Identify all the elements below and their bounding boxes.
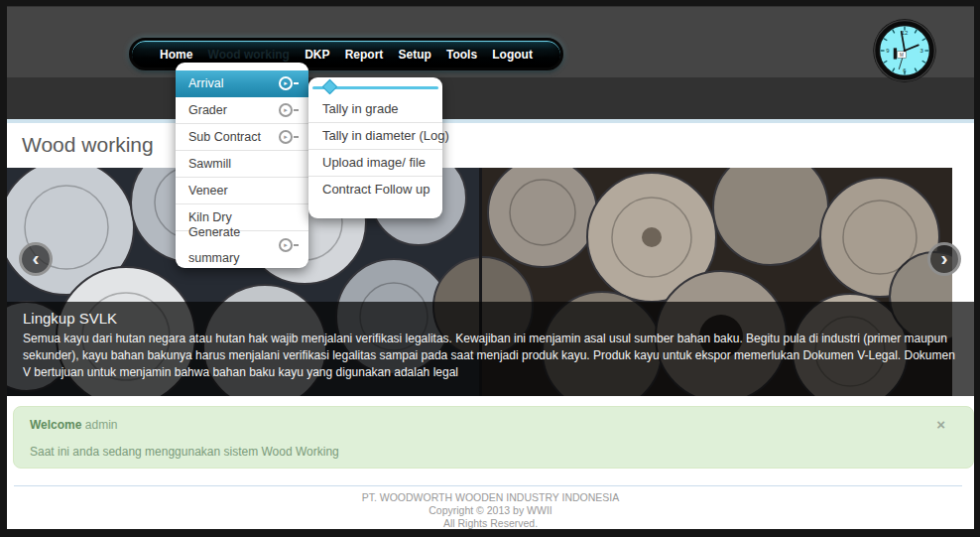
nav-item-home[interactable]: Home	[160, 48, 192, 62]
menu-item-generate-summary-label: Generate summary	[188, 219, 279, 271]
welcome-label: Welcome	[30, 418, 81, 432]
nav-item-tools[interactable]: Tools	[446, 48, 477, 62]
welcome-line: Welcome admin	[30, 418, 957, 432]
welcome-user: admin	[81, 418, 117, 432]
submenu-arrow-icon: ▸	[279, 130, 299, 144]
submenu-arrow-icon: ▸	[279, 238, 299, 252]
clock-label-text: M	[900, 53, 904, 58]
menu-item-grader-label: Grader	[188, 97, 227, 123]
content-panel: Wood working	[7, 119, 974, 529]
nav-item-woodworking[interactable]: Wood working	[208, 48, 290, 62]
footer-divider	[14, 485, 962, 486]
menu-item-generate-summary[interactable]: Generate summary ▸	[176, 231, 308, 258]
menu-item-arrival[interactable]: Arrival ▸	[176, 70, 308, 97]
menu-item-arrival-label: Arrival	[188, 70, 223, 96]
nav-item-dkp[interactable]: DKP	[305, 48, 329, 62]
submenu-item-contract-follow-up[interactable]: Contract Follow up	[308, 177, 442, 203]
carousel-caption: Lingkup SVLK Semua kayu dari hutan negar…	[7, 302, 974, 396]
footer-copyright: Copyright © 2013 by WWII	[7, 504, 974, 517]
image-carousel: ‹ › Lingkup SVLK Semua kayu dari hutan n…	[7, 168, 974, 396]
menu-item-sawmill-label: Sawmill	[188, 151, 231, 177]
clock-widget: 12 3 6 9 M	[872, 18, 937, 83]
footer-company: PT. WOODWORTH WOODEN INDUSTRY INDONESIA	[7, 491, 974, 504]
app-window: Home Wood working DKP Report Setup Tools…	[0, 0, 980, 537]
nav-item-report[interactable]: Report	[345, 48, 384, 62]
footer-rights: All Rights Reserved.	[7, 517, 974, 530]
submenu-arrow-icon: ▸	[279, 76, 299, 90]
menu-item-sawmill[interactable]: Sawmill	[176, 151, 308, 178]
menu-item-sub-contract-label: Sub Contract	[188, 124, 261, 150]
woodworking-dropdown-menu: Arrival ▸ Grader ▸ Sub Contract ▸ Sawmil…	[176, 63, 308, 268]
alert-close-icon[interactable]: ×	[936, 416, 945, 433]
submenu-arrow-icon: ▸	[279, 103, 299, 117]
clock-cursor-bar	[894, 48, 897, 59]
submenu-item-tally-in-grade[interactable]: Tally in grade	[308, 96, 442, 123]
menu-item-veneer[interactable]: Veneer	[176, 178, 308, 204]
submenu-slider-diamond-icon	[322, 79, 338, 95]
page-title: Wood working	[7, 123, 974, 157]
submenu-item-tally-in-diameter[interactable]: Tally in diameter (Log)	[308, 123, 442, 150]
arrival-submenu: Tally in grade Tally in diameter (Log) U…	[308, 77, 442, 218]
nav-item-logout[interactable]: Logout	[492, 48, 533, 62]
clock-icon: 12 3 6 9 M	[872, 18, 937, 83]
nav-item-setup[interactable]: Setup	[398, 48, 430, 62]
caption-title: Lingkup SVLK	[23, 310, 958, 327]
page-footer: PT. WOODWORTH WOODEN INDUSTRY INDONESIA …	[7, 491, 974, 530]
welcome-message: Saat ini anda sedang menggunakan sistem …	[30, 445, 957, 459]
menu-item-veneer-label: Veneer	[188, 178, 228, 203]
caption-text: Semua kayu dari hutan negara atau hutan …	[23, 331, 958, 381]
menu-item-grader[interactable]: Grader ▸	[176, 97, 308, 124]
submenu-item-upload-image-file[interactable]: Upload image/ file	[308, 150, 442, 177]
header-bar: Home Wood working DKP Report Setup Tools…	[7, 7, 974, 77]
menu-item-sub-contract[interactable]: Sub Contract ▸	[176, 124, 308, 151]
welcome-alert: Welcome admin Saat ini anda sedang mengg…	[13, 406, 974, 469]
carousel-prev-button[interactable]: ‹	[19, 242, 53, 276]
carousel-next-button[interactable]: ›	[927, 242, 961, 276]
